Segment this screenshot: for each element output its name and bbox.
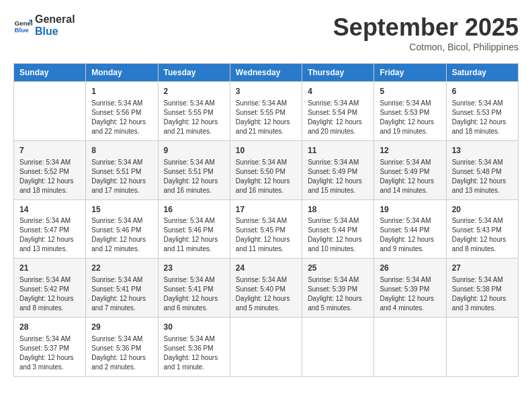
calendar-cell: 25Sunrise: 5:34 AM Sunset: 5:39 PM Dayli… [302,259,374,318]
day-info: Sunrise: 5:34 AM Sunset: 5:38 PM Dayligh… [452,275,513,313]
day-number: 18 [308,204,368,216]
calendar-cell: 4Sunrise: 5:34 AM Sunset: 5:54 PM Daylig… [302,82,374,141]
calendar-cell: 1Sunrise: 5:34 AM Sunset: 5:56 PM Daylig… [86,82,158,141]
calendar-cell: 9Sunrise: 5:34 AM Sunset: 5:51 PM Daylig… [158,140,230,199]
calendar-cell: 12Sunrise: 5:34 AM Sunset: 5:49 PM Dayli… [374,140,446,199]
calendar-cell: 6Sunrise: 5:34 AM Sunset: 5:53 PM Daylig… [446,82,518,141]
calendar-cell: 26Sunrise: 5:34 AM Sunset: 5:39 PM Dayli… [374,259,446,318]
day-number: 23 [164,263,224,274]
calendar-cell: 5Sunrise: 5:34 AM Sunset: 5:53 PM Daylig… [374,82,446,141]
day-number: 17 [236,204,296,216]
calendar-cell: 7Sunrise: 5:34 AM Sunset: 5:52 PM Daylig… [14,140,86,199]
calendar-cell: 24Sunrise: 5:34 AM Sunset: 5:40 PM Dayli… [230,259,302,318]
day-info: Sunrise: 5:34 AM Sunset: 5:40 PM Dayligh… [236,275,296,313]
page-header: General Blue General Blue September 2025… [13,13,519,52]
day-header-wednesday: Wednesday [230,64,302,82]
calendar-cell: 28Sunrise: 5:34 AM Sunset: 5:37 PM Dayli… [14,318,86,377]
day-number: 1 [91,86,152,97]
day-info: Sunrise: 5:34 AM Sunset: 5:51 PM Dayligh… [91,158,152,195]
day-info: Sunrise: 5:34 AM Sunset: 5:46 PM Dayligh… [164,216,224,254]
calendar-week-row: 7Sunrise: 5:34 AM Sunset: 5:52 PM Daylig… [14,140,519,199]
calendar-cell: 23Sunrise: 5:34 AM Sunset: 5:41 PM Dayli… [158,259,230,318]
calendar-cell [446,318,518,377]
day-info: Sunrise: 5:34 AM Sunset: 5:55 PM Dayligh… [236,99,296,136]
calendar-cell: 20Sunrise: 5:34 AM Sunset: 5:43 PM Dayli… [446,199,518,259]
day-info: Sunrise: 5:34 AM Sunset: 5:48 PM Dayligh… [452,158,513,195]
day-number: 9 [164,145,224,156]
day-number: 28 [19,322,80,333]
day-info: Sunrise: 5:34 AM Sunset: 5:37 PM Dayligh… [19,334,80,372]
calendar-cell: 14Sunrise: 5:34 AM Sunset: 5:47 PM Dayli… [14,199,86,259]
calendar-cell: 16Sunrise: 5:34 AM Sunset: 5:46 PM Dayli… [158,199,230,259]
day-header-monday: Monday [86,64,158,82]
day-number: 27 [452,263,513,274]
day-number: 15 [91,204,152,216]
calendar-cell: 29Sunrise: 5:34 AM Sunset: 5:36 PM Dayli… [86,318,158,377]
day-info: Sunrise: 5:34 AM Sunset: 5:41 PM Dayligh… [91,275,152,313]
day-number: 2 [164,86,224,97]
day-info: Sunrise: 5:34 AM Sunset: 5:52 PM Dayligh… [19,158,80,195]
calendar-cell: 27Sunrise: 5:34 AM Sunset: 5:38 PM Dayli… [446,259,518,318]
day-number: 19 [380,204,440,216]
calendar-cell [302,318,374,377]
calendar-cell: 11Sunrise: 5:34 AM Sunset: 5:49 PM Dayli… [302,140,374,199]
day-header-thursday: Thursday [302,64,374,82]
calendar-week-row: 21Sunrise: 5:34 AM Sunset: 5:42 PM Dayli… [14,259,519,318]
calendar-cell [14,82,86,141]
day-number: 25 [308,263,368,274]
logo-text-blue: Blue [35,26,75,38]
day-number: 5 [380,86,440,97]
day-info: Sunrise: 5:34 AM Sunset: 5:56 PM Dayligh… [91,99,152,136]
day-number: 3 [236,86,296,97]
day-number: 26 [380,263,440,274]
logo: General Blue General Blue [13,13,75,38]
calendar-cell: 22Sunrise: 5:34 AM Sunset: 5:41 PM Dayli… [86,259,158,318]
day-number: 24 [236,263,296,274]
day-number: 21 [19,263,80,274]
calendar-cell: 19Sunrise: 5:34 AM Sunset: 5:44 PM Dayli… [374,199,446,259]
day-info: Sunrise: 5:34 AM Sunset: 5:53 PM Dayligh… [452,99,513,136]
calendar-cell: 17Sunrise: 5:34 AM Sunset: 5:45 PM Dayli… [230,199,302,259]
day-info: Sunrise: 5:34 AM Sunset: 5:53 PM Dayligh… [380,99,440,136]
day-number: 8 [91,145,152,156]
day-info: Sunrise: 5:34 AM Sunset: 5:54 PM Dayligh… [308,99,368,136]
calendar-cell: 2Sunrise: 5:34 AM Sunset: 5:55 PM Daylig… [158,82,230,141]
day-info: Sunrise: 5:34 AM Sunset: 5:41 PM Dayligh… [164,275,224,313]
day-number: 12 [380,145,440,156]
month-title: September 2025 [333,13,519,42]
day-header-saturday: Saturday [446,64,518,82]
day-info: Sunrise: 5:34 AM Sunset: 5:44 PM Dayligh… [380,216,440,254]
day-number: 22 [91,263,152,274]
svg-text:Blue: Blue [14,26,29,34]
day-number: 7 [19,145,80,156]
day-info: Sunrise: 5:34 AM Sunset: 5:46 PM Dayligh… [91,216,152,254]
calendar-cell [230,318,302,377]
day-number: 16 [164,204,224,216]
day-info: Sunrise: 5:34 AM Sunset: 5:49 PM Dayligh… [308,158,368,195]
day-number: 29 [91,322,152,333]
days-header-row: SundayMondayTuesdayWednesdayThursdayFrid… [14,64,519,82]
day-info: Sunrise: 5:34 AM Sunset: 5:49 PM Dayligh… [380,158,440,195]
day-number: 11 [308,145,368,156]
day-info: Sunrise: 5:34 AM Sunset: 5:42 PM Dayligh… [19,275,80,313]
day-header-friday: Friday [374,64,446,82]
day-info: Sunrise: 5:34 AM Sunset: 5:51 PM Dayligh… [164,158,224,195]
calendar-cell: 18Sunrise: 5:34 AM Sunset: 5:44 PM Dayli… [302,199,374,259]
day-info: Sunrise: 5:34 AM Sunset: 5:39 PM Dayligh… [308,275,368,313]
calendar-cell: 10Sunrise: 5:34 AM Sunset: 5:50 PM Dayli… [230,140,302,199]
day-header-tuesday: Tuesday [158,64,230,82]
calendar-cell: 3Sunrise: 5:34 AM Sunset: 5:55 PM Daylig… [230,82,302,141]
calendar-week-row: 14Sunrise: 5:34 AM Sunset: 5:47 PM Dayli… [14,199,519,259]
calendar-cell [374,318,446,377]
day-header-sunday: Sunday [14,64,86,82]
day-number: 10 [236,145,296,156]
day-number: 14 [19,204,80,216]
calendar-cell: 21Sunrise: 5:34 AM Sunset: 5:42 PM Dayli… [14,259,86,318]
day-number: 30 [164,322,224,333]
day-number: 20 [452,204,513,216]
day-info: Sunrise: 5:34 AM Sunset: 5:47 PM Dayligh… [19,216,80,254]
day-info: Sunrise: 5:34 AM Sunset: 5:43 PM Dayligh… [452,216,513,254]
calendar-table: SundayMondayTuesdayWednesdayThursdayFrid… [13,63,519,377]
day-number: 6 [452,86,513,97]
title-block: September 2025 Cotmon, Bicol, Philippine… [333,13,519,52]
